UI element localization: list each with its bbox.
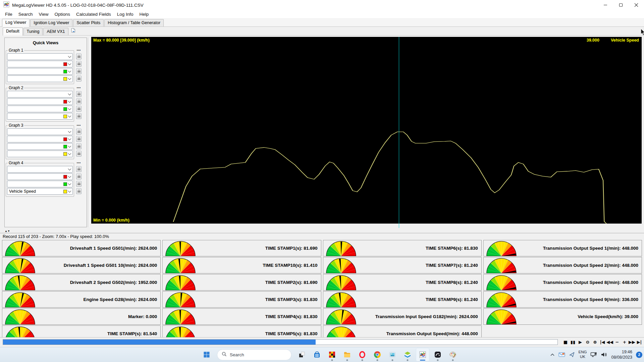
menu-options[interactable]: Options [52, 11, 73, 18]
gauge-display-button[interactable] [76, 129, 82, 134]
panel-splitter[interactable] [88, 38, 89, 227]
channel-select[interactable] [7, 128, 73, 135]
chart-cursor-line[interactable] [399, 37, 399, 224]
fast-forward-button[interactable]: ▶▶ [628, 339, 636, 346]
overlapping-squares-icon[interactable] [295, 348, 309, 361]
network-icon[interactable] [590, 352, 597, 357]
more-options-button[interactable]: ••• [77, 48, 81, 52]
menu-search[interactable]: Search [15, 11, 36, 18]
chrome-icon[interactable] [371, 348, 384, 361]
channel-select[interactable] [7, 150, 73, 157]
bluestacks-icon[interactable] [401, 348, 414, 361]
minimize-button[interactable] [598, 0, 613, 10]
menu-calculated-fields[interactable]: Calculated Fields [73, 11, 114, 18]
minus-button[interactable]: − [613, 339, 621, 346]
gauge-dial [323, 240, 357, 256]
gauge-display-button[interactable] [76, 136, 82, 142]
chevron-down-icon [68, 62, 71, 65]
menu-help[interactable]: Help [136, 11, 152, 18]
notification-badge[interactable]: 2 [636, 352, 642, 358]
menu-log-info[interactable]: Log Info [114, 11, 137, 18]
gauge-display-button[interactable] [76, 113, 82, 119]
tray-expand-icon[interactable] [550, 353, 555, 356]
stop-button[interactable]: ■ [562, 339, 569, 346]
send-icon[interactable] [569, 352, 575, 358]
status-strip: ▲▼ Record 115 of 203 - Zoom: 7.00x - Pla… [0, 229, 644, 240]
gauge-display-button[interactable] [76, 76, 82, 81]
chevron-down-icon [68, 152, 71, 155]
palette-icon[interactable] [446, 348, 460, 361]
skip-start-button[interactable]: |◀ [599, 339, 606, 346]
skip-end-button[interactable]: ▶| [636, 339, 643, 346]
log-chart[interactable]: Max = 80.000 [39.000] (km/h) 39.000 Vehi… [91, 37, 642, 224]
clock[interactable]: 19:46 08/08/2023 [611, 349, 632, 360]
channel-select[interactable] [7, 68, 73, 75]
rewind-button[interactable]: ◀◀ [606, 339, 613, 346]
timeline-scrollbar-thumb[interactable] [3, 340, 316, 345]
dark-app-icon[interactable] [431, 348, 444, 361]
tab-log-viewer[interactable]: Log Viewer [2, 19, 30, 27]
view-tab-aem-vx1[interactable]: AEM VX1 [43, 28, 68, 35]
gauge-display-button[interactable] [76, 181, 82, 187]
view-tab-default[interactable]: Default [3, 27, 23, 36]
gauge-display-button[interactable] [76, 61, 82, 67]
gauge-display-button[interactable] [76, 174, 82, 179]
tiles-app-icon[interactable] [325, 348, 339, 361]
graph-group-box: Graph 3 [6, 123, 74, 159]
view-tab-tuning[interactable]: Tuning [23, 28, 43, 35]
channel-select[interactable] [7, 181, 73, 187]
more-options-button[interactable]: ••• [77, 86, 81, 90]
gauge-display-button[interactable] [76, 106, 82, 112]
channel-select[interactable] [7, 61, 73, 67]
channel-select[interactable] [7, 75, 73, 82]
pause-button[interactable]: ▮▮ [569, 339, 577, 346]
megalogviewer-icon[interactable] [416, 348, 429, 361]
tab-ignition-log-viewer[interactable]: Ignition Log Viewer [30, 19, 72, 26]
more-options-button[interactable]: ••• [77, 161, 81, 165]
channel-select[interactable] [7, 136, 73, 142]
gauge-display-button[interactable] [76, 54, 82, 59]
file-explorer-icon[interactable] [340, 348, 354, 361]
channel-select[interactable] [7, 173, 73, 180]
zoom-in-button[interactable]: ⊕ [591, 339, 599, 346]
gauge-display-button[interactable] [76, 68, 82, 74]
gauge-display-button[interactable] [76, 143, 82, 149]
channel-select[interactable] [7, 91, 73, 98]
tab-scatter-plots[interactable]: Scatter Plots [73, 19, 104, 26]
gauge-display-button[interactable] [76, 188, 82, 194]
timeline-scrollbar[interactable] [3, 339, 558, 345]
language-indicator[interactable]: ENG UK [579, 350, 587, 359]
add-view-button[interactable] [69, 27, 77, 35]
channel-select[interactable]: Vehicle Speed [7, 188, 73, 195]
search-placeholder: Search [230, 352, 244, 357]
microsoft-store-icon[interactable] [310, 348, 324, 361]
maximize-button[interactable] [613, 0, 629, 10]
plus-button[interactable]: + [621, 339, 628, 346]
volume-icon[interactable] [601, 352, 607, 357]
menu-file[interactable]: File [2, 11, 15, 18]
gauge-display-button[interactable] [76, 151, 82, 157]
more-options-button[interactable]: ••• [77, 123, 81, 127]
zoom-out-button[interactable]: ⊖ [584, 339, 591, 346]
taskbar-search[interactable]: Search [217, 349, 291, 360]
channel-select[interactable] [7, 143, 73, 150]
opera-icon[interactable] [356, 348, 369, 361]
play-button[interactable]: ▶ [577, 339, 584, 346]
channel-select[interactable] [7, 166, 73, 173]
photos-icon[interactable] [386, 348, 399, 361]
channel-select[interactable] [7, 113, 73, 120]
gauge-display-button[interactable] [76, 99, 82, 104]
menu-view[interactable]: View [36, 11, 52, 18]
gauge-display-button[interactable] [76, 91, 82, 97]
channel-select[interactable] [7, 53, 73, 60]
mail-icon[interactable] [558, 352, 565, 357]
tab-histogram-table-generator[interactable]: Histogram / Table Generator [104, 19, 164, 26]
gauge-label: Transmission Output Speed 1(/min): 448.0… [517, 246, 642, 251]
gauge-display-button[interactable] [76, 166, 82, 172]
splitter-collapse-icon[interactable]: ▲▼ [5, 230, 10, 233]
close-button[interactable] [629, 0, 644, 10]
channel-select[interactable] [7, 106, 73, 112]
view-tab-bar: DefaultTuningAEM VX1 [3, 27, 644, 36]
start-icon[interactable] [200, 348, 213, 361]
channel-select[interactable] [7, 98, 73, 105]
